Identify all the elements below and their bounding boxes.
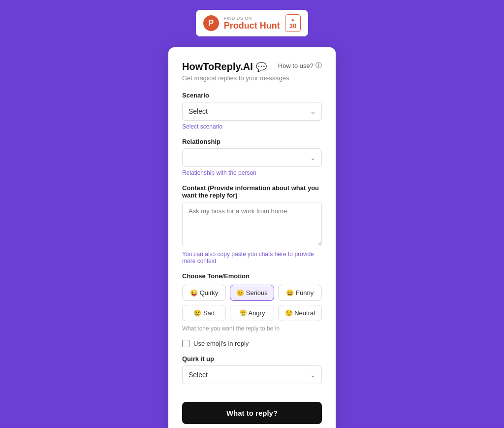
ph-text-group: FIND US ON Product Hunt bbox=[224, 16, 280, 31]
emoji-checkbox-label[interactable]: Use emoji's in reply bbox=[193, 340, 249, 347]
ph-name: Product Hunt bbox=[224, 21, 280, 31]
chat-bubble-icon: 💬 bbox=[256, 62, 267, 72]
quirk-select-wrapper: Select Low Medium High ⌄ bbox=[182, 365, 322, 384]
ph-vote-badge[interactable]: ▲ 30 bbox=[285, 14, 301, 32]
how-to-use-link[interactable]: How to use? ⓘ bbox=[278, 61, 322, 70]
ph-logo-icon: P bbox=[203, 15, 219, 31]
scenario-hint: Select scenario bbox=[182, 123, 322, 130]
quirk-label: Quirk it up bbox=[182, 355, 322, 362]
relationship-select[interactable]: Boss Colleague Friend Partner bbox=[182, 148, 322, 167]
question-icon: ⓘ bbox=[315, 61, 322, 70]
context-textarea[interactable] bbox=[182, 202, 322, 246]
context-field-group: Context (Provide information about what … bbox=[182, 184, 322, 264]
product-hunt-banner[interactable]: P FIND US ON Product Hunt ▲ 30 bbox=[196, 10, 308, 36]
ph-vote-count: 30 bbox=[289, 22, 296, 30]
tone-section: Choose Tone/Emotion 😜 Quirky 😐 Serious 😄… bbox=[182, 272, 322, 332]
card-header: HowToReply.AI 💬 How to use? ⓘ bbox=[182, 61, 322, 72]
tone-angry-button[interactable]: 😤 Angry bbox=[230, 305, 274, 321]
emoji-checkbox-row: Use emoji's in reply bbox=[182, 340, 322, 347]
tone-neutral-button[interactable]: 😌 Neutral bbox=[278, 305, 322, 321]
context-copy-hint: You can also copy paste you chats here t… bbox=[182, 251, 322, 264]
tone-grid: 😜 Quirky 😐 Serious 😄 Funny 😢 Sad 😤 Angry… bbox=[182, 285, 322, 321]
relationship-field-group: Relationship Boss Colleague Friend Partn… bbox=[182, 138, 322, 176]
relationship-hint: Relationship with the person bbox=[182, 169, 322, 176]
tone-sad-button[interactable]: 😢 Sad bbox=[182, 305, 226, 321]
how-to-use-label: How to use? bbox=[278, 62, 314, 69]
relationship-select-wrapper: Boss Colleague Friend Partner ⌄ bbox=[182, 148, 322, 167]
ph-arrow-icon: ▲ bbox=[290, 17, 295, 22]
ph-find-label: FIND US ON bbox=[224, 16, 280, 21]
scenario-label: Scenario bbox=[182, 92, 322, 99]
scenario-field-group: Scenario Select Work Personal Dating Bus… bbox=[182, 92, 322, 130]
scenario-select[interactable]: Select Work Personal Dating Business bbox=[182, 102, 322, 121]
tone-hint: What tone you want the reply to be in bbox=[182, 325, 322, 332]
app-subtitle: Get magical replies to your messages bbox=[182, 74, 322, 82]
relationship-label: Relationship bbox=[182, 138, 322, 145]
emoji-checkbox[interactable] bbox=[182, 340, 189, 347]
quirk-select[interactable]: Select Low Medium High bbox=[182, 365, 322, 384]
main-card: HowToReply.AI 💬 How to use? ⓘ Get magica… bbox=[168, 47, 336, 428]
tone-serious-button[interactable]: 😐 Serious bbox=[230, 285, 274, 301]
scenario-select-wrapper: Select Work Personal Dating Business ⌄ bbox=[182, 102, 322, 121]
tone-quirky-button[interactable]: 😜 Quirky bbox=[182, 285, 226, 301]
context-label: Context (Provide information about what … bbox=[182, 184, 322, 199]
tone-funny-button[interactable]: 😄 Funny bbox=[278, 285, 322, 301]
submit-button[interactable]: What to reply? bbox=[182, 402, 322, 424]
app-title-text: HowToReply.AI bbox=[182, 61, 253, 72]
quirk-field-group: Quirk it up Select Low Medium High ⌄ bbox=[182, 355, 322, 384]
tone-label: Choose Tone/Emotion bbox=[182, 272, 322, 280]
app-title: HowToReply.AI 💬 bbox=[182, 61, 267, 72]
